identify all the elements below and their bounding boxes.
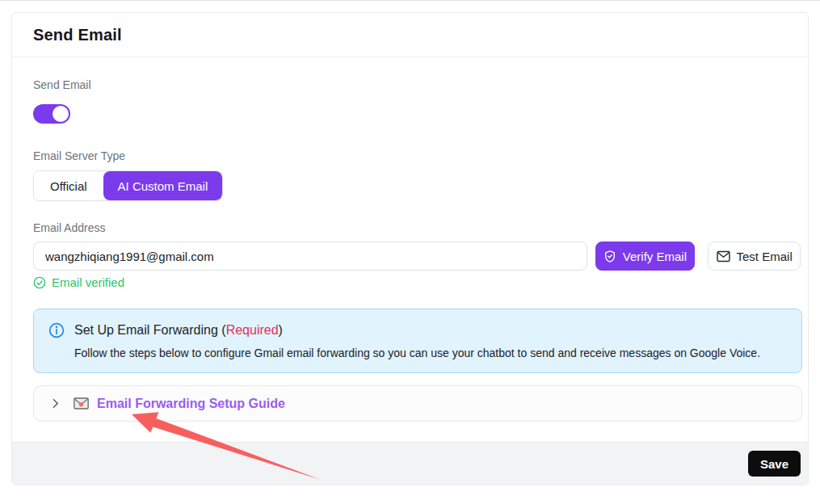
setup-guide-link[interactable]: Email Forwarding Setup Guide [97,397,285,411]
chevron-right-icon[interactable] [50,398,61,409]
send-email-toggle[interactable] [33,104,70,124]
toggle-knob [53,106,69,122]
alert-title: Set Up Email Forwarding (Required) [74,323,283,338]
alert-title-row: Set Up Email Forwarding (Required) [48,322,787,338]
email-emoji-icon [74,397,89,410]
setup-guide-expander[interactable]: Email Forwarding Setup Guide [33,385,802,422]
server-type-official-button[interactable]: Official [34,171,103,200]
info-icon [48,322,65,338]
alert-description: Follow the steps below to configure Gmai… [74,346,787,359]
send-email-card: Send Email Send Email Email Server Type … [11,12,809,485]
server-type-ai-custom-button[interactable]: AI Custom Email [103,171,223,200]
alert-title-text: Set Up Email Forwarding [74,323,218,337]
test-email-button[interactable]: Test Email [708,242,801,271]
mail-icon [717,250,730,262]
save-button[interactable]: Save [748,451,801,477]
server-type-segmented-control: Official AI Custom Email [33,170,223,201]
email-address-input[interactable] [33,242,587,271]
shield-check-icon [603,250,616,263]
check-circle-icon [33,276,46,289]
alert-paren-close: ) [279,323,283,337]
server-type-label: Email Server Type [33,149,801,162]
card-body: Send Email Email Server Type Official AI… [12,57,808,422]
page: Send Email Send Email Email Server Type … [0,0,820,504]
card-header: Send Email [12,13,808,57]
send-email-toggle-label: Send Email [33,78,801,91]
card-footer: Save [12,442,808,485]
email-verified-status: Email verified [33,275,801,289]
page-title: Send Email [33,26,122,44]
email-forwarding-alert: Set Up Email Forwarding (Required) Follo… [33,309,802,373]
email-row: Verify Email Test Email [33,242,801,271]
verify-email-label: Verify Email [623,250,687,263]
verify-email-button[interactable]: Verify Email [595,242,696,271]
email-address-label: Email Address [33,221,801,234]
alert-required-text: Required [226,323,279,337]
email-verified-text: Email verified [52,275,124,289]
alert-paren-open: ( [218,323,226,337]
test-email-label: Test Email [737,250,793,263]
